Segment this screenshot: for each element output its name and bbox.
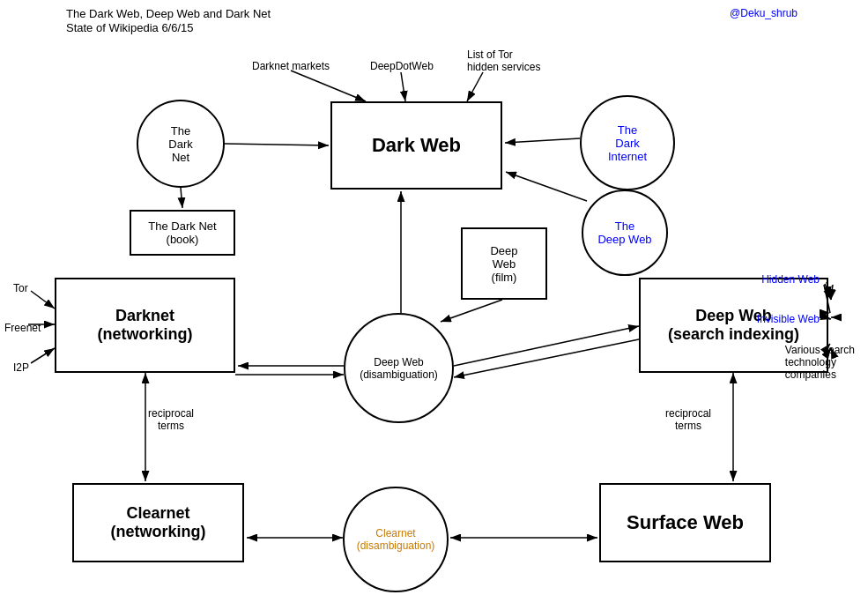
dark-web-label: Dark Web	[372, 134, 461, 157]
dark-net-book-label: The Dark Net(book)	[148, 219, 216, 246]
svg-line-3	[181, 188, 182, 208]
svg-line-20	[831, 285, 833, 300]
svg-line-6	[467, 72, 483, 101]
deep-web-film-box: DeepWeb(film)	[461, 227, 547, 300]
dark-internet-circle: TheDarkInternet	[580, 95, 675, 190]
title-main: The Dark Web, Deep Web and Dark Net	[66, 7, 271, 20]
clearnet-networking-label: Clearnet(networking)	[111, 504, 206, 541]
dark-internet-label: TheDarkInternet	[608, 123, 647, 163]
dark-web-box: Dark Web	[330, 101, 502, 190]
reciprocal-right-label: reciprocalterms	[665, 407, 711, 432]
svg-line-2	[225, 144, 329, 145]
svg-line-7	[505, 138, 580, 143]
svg-line-17	[441, 300, 502, 322]
dark-net-book-box: The Dark Net(book)	[130, 210, 235, 256]
clearnet-disambiguation-circle: Clearnet(disambiguation)	[343, 487, 449, 592]
svg-line-8	[506, 172, 587, 201]
svg-line-9	[31, 291, 55, 309]
deep-web-disambiguation-circle: Deep Web(disambiguation)	[344, 313, 454, 423]
clearnet-disambiguation-label: Clearnet(disambiguation)	[357, 527, 435, 552]
clearnet-networking-box: Clearnet(networking)	[72, 483, 244, 562]
list-tor-label: List of Torhidden services	[467, 48, 540, 73]
invisible-web-label: Invisible Web	[757, 313, 820, 325]
tor-label: Tor	[13, 282, 28, 294]
title-subtitle: State of Wikipedia 6/6/15	[66, 21, 194, 34]
dark-net-circle: TheDarkNet	[137, 100, 225, 188]
handle: @Deku_shrub	[730, 7, 798, 19]
surface-web-label: Surface Web	[627, 511, 744, 534]
darknet-markets-label: Darknet markets	[252, 60, 330, 72]
deepdotweb-label: DeepDotWeb	[370, 60, 434, 72]
deep-web-top-label: TheDeep Web	[597, 219, 651, 246]
darknet-networking-box: Darknet(networking)	[55, 278, 235, 373]
svg-line-5	[401, 72, 405, 101]
deep-web-top-circle: TheDeep Web	[582, 190, 668, 276]
surface-web-box: Surface Web	[599, 483, 771, 562]
svg-line-15	[454, 326, 639, 366]
i2p-label: I2P	[13, 361, 29, 374]
deep-web-film-label: DeepWeb(film)	[490, 244, 517, 284]
darknet-networking-label: Darknet(networking)	[98, 307, 193, 344]
deep-web-disambiguation-label: Deep Web(disambiguation)	[360, 356, 438, 381]
reciprocal-left-label: reciprocalterms	[148, 407, 194, 432]
freenet-label: Freenet	[4, 322, 41, 334]
diagram-container: The Dark Web, Deep Web and Dark Net Stat…	[0, 0, 868, 595]
dark-net-circle-label: TheDarkNet	[168, 124, 192, 164]
hidden-web-label: Hidden Web	[761, 273, 820, 286]
svg-line-4	[291, 71, 366, 101]
svg-line-16	[454, 339, 639, 377]
svg-line-11	[31, 348, 55, 363]
various-search-label: Various searchtechnologycompanies	[785, 344, 855, 381]
